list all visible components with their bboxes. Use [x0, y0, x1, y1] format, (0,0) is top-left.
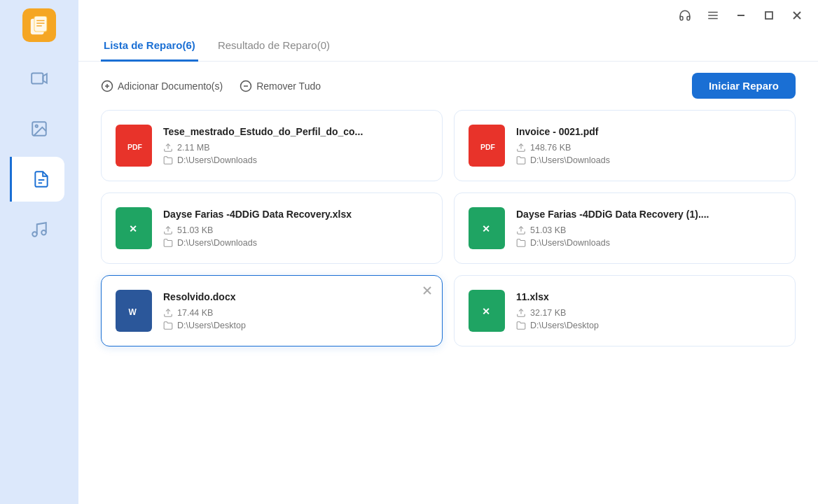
- sidebar-item-audio[interactable]: [14, 207, 64, 252]
- file-name-1: Tese_mestrado_Estudo_do_Perfil_do_co...: [163, 126, 428, 137]
- file-icon-xlsx-6: ✕: [469, 290, 505, 332]
- sidebar-item-photo[interactable]: [14, 106, 64, 151]
- add-document-label: Adicionar Documento(s): [118, 80, 223, 92]
- file-path-row-3: D:\Users\Downloads: [163, 238, 428, 248]
- svg-point-9: [36, 125, 38, 127]
- file-info-4: Dayse Farias -4DDiG Data Recovery (1)...…: [516, 209, 781, 248]
- file-size-5: 17.44 KB: [177, 308, 213, 318]
- file-card-1[interactable]: PDF Tese_mestrado_Estudo_do_Perfil_do_co…: [101, 110, 443, 181]
- svg-text:✕: ✕: [482, 307, 490, 317]
- file-name-4: Dayse Farias -4DDiG Data Recovery (1)...…: [516, 209, 781, 220]
- file-close-button-5[interactable]: [420, 283, 435, 298]
- file-size-3: 51.03 KB: [177, 225, 213, 235]
- file-info-3: Dayse Farias -4DDiG Data Recovery.xlsx 5…: [163, 209, 428, 248]
- file-card-5[interactable]: W Resolvido.docx 17.44 KB: [101, 275, 443, 346]
- file-size-1: 2.11 MB: [177, 143, 210, 153]
- sidebar-item-video[interactable]: [14, 56, 64, 101]
- file-card-6[interactable]: ✕ 11.xlsx 32.17 KB: [454, 275, 796, 346]
- file-path-row-2: D:\Users\Downloads: [516, 155, 781, 165]
- file-path-5: D:\Users\Desktop: [177, 321, 246, 330]
- file-path-row-1: D:\Users\Downloads: [163, 155, 428, 165]
- add-document-action[interactable]: Adicionar Documento(s): [101, 80, 223, 92]
- file-meta-2: 148.76 KB D:\Users\Downloads: [516, 143, 781, 165]
- file-meta-1: 2.11 MB D:\Users\Downloads: [163, 143, 428, 165]
- file-name-2: Invoice - 0021.pdf: [516, 126, 781, 137]
- svg-text:PDF: PDF: [127, 143, 143, 151]
- svg-marker-7: [43, 74, 46, 83]
- sidebar: [0, 0, 78, 504]
- file-size-4: 51.03 KB: [530, 225, 566, 235]
- svg-rect-6: [32, 73, 43, 83]
- file-size-row-3: 51.03 KB: [163, 225, 428, 235]
- close-button[interactable]: [787, 6, 807, 25]
- file-grid: PDF Tese_mestrado_Estudo_do_Perfil_do_co…: [78, 110, 818, 363]
- tab-repair-result[interactable]: Resultado de Reparo(0): [215, 31, 333, 62]
- file-path-row-5: D:\Users\Desktop: [163, 321, 428, 330]
- file-path-4: D:\Users\Downloads: [530, 238, 610, 248]
- file-path-6: D:\Users\Desktop: [530, 321, 599, 330]
- file-card-3[interactable]: ✕ Dayse Farias -4DDiG Data Recovery.xlsx…: [101, 192, 443, 264]
- file-card-4[interactable]: ✕ Dayse Farias -4DDiG Data Recovery (1).…: [454, 192, 796, 264]
- svg-point-13: [41, 230, 46, 235]
- headphone-button[interactable]: [675, 6, 695, 25]
- file-name-3: Dayse Farias -4DDiG Data Recovery.xlsx: [163, 209, 428, 220]
- toolbar: Adicionar Documento(s) Remover Tudo Inic…: [78, 62, 818, 110]
- file-meta-3: 51.03 KB D:\Users\Downloads: [163, 225, 428, 248]
- main-content: Lista de Reparo(6) Resultado de Reparo(0…: [78, 0, 818, 504]
- file-info-1: Tese_mestrado_Estudo_do_Perfil_do_co... …: [163, 126, 428, 165]
- file-size-row-1: 2.11 MB: [163, 143, 428, 153]
- file-size-6: 32.17 KB: [530, 308, 566, 318]
- svg-rect-2: [34, 17, 46, 31]
- menu-button[interactable]: [703, 6, 723, 25]
- minimize-button[interactable]: [731, 6, 751, 25]
- file-size-row-2: 148.76 KB: [516, 143, 781, 153]
- file-path-1: D:\Users\Downloads: [177, 155, 257, 165]
- file-name-6: 11.xlsx: [516, 291, 781, 302]
- sidebar-item-document[interactable]: [10, 157, 64, 202]
- file-icon-docx-5: W: [116, 290, 152, 332]
- file-meta-5: 17.44 KB D:\Users\Desktop: [163, 308, 428, 330]
- file-path-row-4: D:\Users\Downloads: [516, 238, 781, 248]
- svg-text:PDF: PDF: [480, 143, 496, 151]
- file-icon-pdf-2: PDF: [469, 125, 505, 167]
- file-size-row-5: 17.44 KB: [163, 308, 428, 318]
- file-icon-xlsx-3: ✕: [116, 207, 152, 249]
- svg-text:✕: ✕: [129, 224, 137, 234]
- remove-all-action[interactable]: Remover Tudo: [240, 80, 321, 92]
- start-repair-button[interactable]: Iniciar Reparo: [692, 73, 796, 99]
- file-size-2: 148.76 KB: [530, 143, 571, 153]
- remove-all-label: Remover Tudo: [256, 80, 321, 92]
- file-name-5: Resolvido.docx: [163, 291, 428, 302]
- titlebar: [78, 0, 818, 31]
- file-info-2: Invoice - 0021.pdf 148.76 KB: [516, 126, 781, 165]
- tabs-bar: Lista de Reparo(6) Resultado de Reparo(0…: [78, 31, 818, 62]
- file-path-2: D:\Users\Downloads: [530, 155, 610, 165]
- svg-text:✕: ✕: [482, 224, 490, 234]
- svg-text:W: W: [129, 307, 137, 317]
- file-path-3: D:\Users\Downloads: [177, 238, 257, 248]
- tab-repair-list[interactable]: Lista de Reparo(6): [101, 31, 198, 62]
- app-logo: [22, 8, 56, 42]
- file-info-6: 11.xlsx 32.17 KB D:\Us: [516, 291, 781, 330]
- file-meta-6: 32.17 KB D:\Users\Desktop: [516, 308, 781, 330]
- file-card-2[interactable]: PDF Invoice - 0021.pdf 148.76 KB: [454, 110, 796, 181]
- maximize-button[interactable]: [759, 6, 779, 25]
- toolbar-left: Adicionar Documento(s) Remover Tudo: [101, 80, 321, 92]
- file-size-row-6: 32.17 KB: [516, 308, 781, 318]
- file-path-row-6: D:\Users\Desktop: [516, 321, 781, 330]
- file-icon-pdf-1: PDF: [116, 125, 152, 167]
- svg-point-12: [32, 232, 37, 237]
- file-info-5: Resolvido.docx 17.44 KB: [163, 291, 428, 330]
- file-icon-xlsx-4: ✕: [469, 207, 505, 249]
- file-size-row-4: 51.03 KB: [516, 225, 781, 235]
- file-meta-4: 51.03 KB D:\Users\Downloads: [516, 225, 781, 248]
- svg-rect-18: [765, 12, 772, 19]
